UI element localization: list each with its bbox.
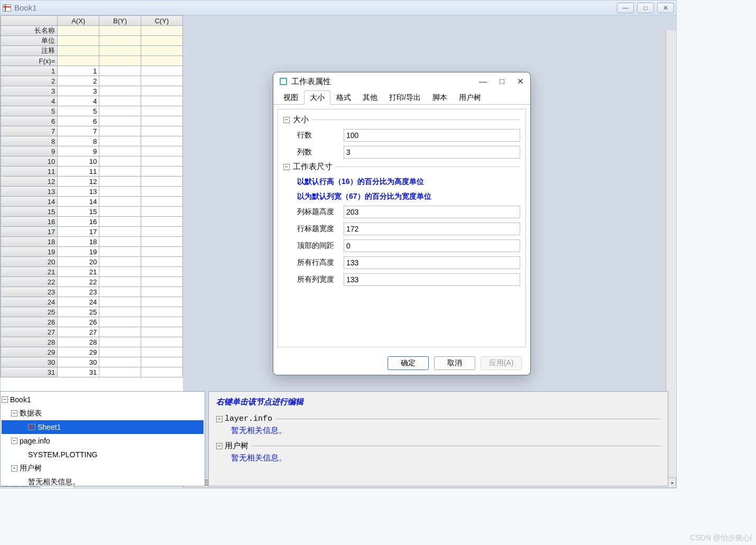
cell[interactable]: [99, 357, 141, 367]
dialog-tab-6[interactable]: 用户树: [453, 90, 487, 105]
cell[interactable]: [99, 307, 141, 317]
collapse-icon[interactable]: −: [11, 465, 17, 472]
cell[interactable]: [99, 26, 141, 36]
cell[interactable]: [99, 187, 141, 197]
cell[interactable]: [99, 177, 141, 187]
cell[interactable]: [141, 56, 183, 66]
cell[interactable]: [99, 146, 141, 156]
cell[interactable]: 1: [58, 66, 99, 76]
cell[interactable]: [58, 26, 99, 36]
cell[interactable]: 9: [58, 146, 99, 156]
cell[interactable]: [141, 357, 183, 367]
apply-button[interactable]: 应用(A): [481, 356, 522, 370]
cell[interactable]: 16: [58, 217, 99, 227]
cell[interactable]: [58, 56, 99, 66]
row-header-width-input[interactable]: [344, 223, 520, 235]
collapse-icon[interactable]: −: [2, 396, 8, 403]
cell[interactable]: [99, 66, 141, 76]
cell[interactable]: [141, 227, 183, 237]
row-number[interactable]: 25: [1, 307, 58, 317]
cell[interactable]: [99, 86, 141, 96]
cancel-button[interactable]: 取消: [434, 356, 475, 370]
row-number[interactable]: 2: [1, 76, 58, 86]
cell[interactable]: [141, 317, 183, 327]
cell[interactable]: [141, 116, 183, 126]
col-header-height-input[interactable]: [344, 206, 520, 218]
cell[interactable]: [141, 146, 183, 156]
cell[interactable]: [99, 56, 141, 66]
dialog-tab-2[interactable]: 格式: [330, 90, 357, 105]
cell[interactable]: [99, 327, 141, 337]
row-number[interactable]: 5: [1, 106, 58, 116]
cell[interactable]: 21: [58, 267, 99, 277]
row-number[interactable]: 31: [1, 367, 58, 377]
maximize-button[interactable]: □: [637, 3, 654, 13]
row-number[interactable]: 12: [1, 177, 58, 187]
cols-input[interactable]: [344, 146, 520, 159]
cell[interactable]: [141, 136, 183, 146]
cell[interactable]: [141, 257, 183, 267]
cell[interactable]: [141, 277, 183, 287]
collapse-icon[interactable]: −: [283, 164, 290, 170]
cell[interactable]: 12: [58, 177, 99, 187]
cell[interactable]: [99, 106, 141, 116]
cell[interactable]: 17: [58, 227, 99, 237]
cell[interactable]: [99, 217, 141, 227]
cell[interactable]: 4: [58, 96, 99, 106]
cell[interactable]: [141, 297, 183, 307]
tree-usertree[interactable]: − 用户树: [2, 461, 204, 475]
row-number[interactable]: 27: [1, 327, 58, 337]
col-header-c[interactable]: C(Y): [141, 16, 183, 26]
close-button[interactable]: ✕: [657, 3, 674, 13]
cell[interactable]: [141, 26, 183, 36]
col-header-a[interactable]: A(X): [58, 16, 99, 26]
tree-datatable[interactable]: − 数据表: [2, 407, 204, 420]
row-number[interactable]: 30: [1, 357, 58, 367]
row-number[interactable]: 1: [1, 66, 58, 76]
cell[interactable]: [141, 287, 183, 297]
cell[interactable]: [99, 136, 141, 146]
cell[interactable]: 26: [58, 317, 99, 327]
collapse-icon[interactable]: −: [216, 416, 223, 422]
cell[interactable]: 27: [58, 327, 99, 337]
cell[interactable]: [99, 287, 141, 297]
tree-plotting[interactable]: SYSTEM.PLOTTING: [2, 448, 204, 461]
minimize-button[interactable]: —: [617, 3, 634, 13]
cell[interactable]: 22: [58, 277, 99, 287]
dialog-tab-4[interactable]: 打印/导出: [383, 90, 427, 105]
row-number[interactable]: 6: [1, 116, 58, 126]
cell[interactable]: [141, 167, 183, 177]
cell[interactable]: [141, 327, 183, 337]
tree-root[interactable]: − Book1: [2, 393, 204, 407]
row-number[interactable]: 14: [1, 197, 58, 207]
collapse-icon[interactable]: −: [11, 410, 17, 417]
row-number[interactable]: 17: [1, 227, 58, 237]
cell[interactable]: 15: [58, 207, 99, 217]
cell[interactable]: [141, 156, 183, 167]
cell[interactable]: [141, 46, 183, 56]
row-number[interactable]: 8: [1, 136, 58, 146]
collapse-icon[interactable]: −: [283, 117, 290, 123]
cell[interactable]: [99, 257, 141, 267]
cell[interactable]: [141, 267, 183, 277]
cell[interactable]: [141, 66, 183, 76]
cell[interactable]: [58, 36, 99, 46]
cell[interactable]: [141, 347, 183, 357]
cell[interactable]: [99, 297, 141, 307]
row-number[interactable]: 21: [1, 267, 58, 277]
cell[interactable]: 14: [58, 197, 99, 207]
row-number[interactable]: 16: [1, 217, 58, 227]
dialog-tab-5[interactable]: 脚本: [427, 90, 453, 105]
row-number[interactable]: 13: [1, 187, 58, 197]
cell[interactable]: [58, 46, 99, 56]
cell[interactable]: 11: [58, 167, 99, 177]
row-number[interactable]: 23: [1, 287, 58, 297]
cell[interactable]: 5: [58, 106, 99, 116]
cell[interactable]: 20: [58, 257, 99, 267]
collapse-icon[interactable]: −: [216, 443, 223, 449]
cell[interactable]: [99, 247, 141, 257]
row-number[interactable]: 24: [1, 297, 58, 307]
cell[interactable]: [99, 197, 141, 207]
cell[interactable]: 3: [58, 86, 99, 96]
cell[interactable]: 25: [58, 307, 99, 317]
